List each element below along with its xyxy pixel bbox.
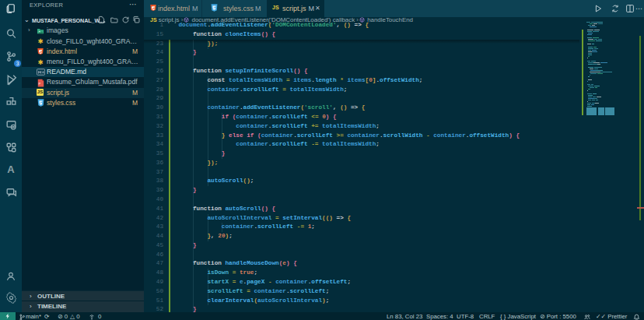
svg-text:P: P xyxy=(38,82,40,86)
